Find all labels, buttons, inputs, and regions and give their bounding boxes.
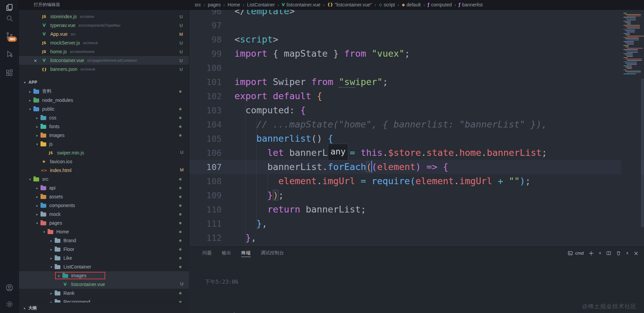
tree-item-components[interactable]: ▸components xyxy=(19,201,189,210)
panel-tab-item[interactable]: 输出 xyxy=(222,247,231,259)
code-line-101[interactable]: 101import Swiper from "swiper"; xyxy=(189,75,644,89)
tree-item-like[interactable]: ▸Like xyxy=(19,254,189,262)
line-number[interactable]: 101 xyxy=(189,75,234,89)
tree-item-item[interactable]: ▸资料 xyxy=(19,87,189,96)
kill-terminal-icon[interactable] xyxy=(616,251,621,256)
line-number[interactable]: 96 xyxy=(189,9,234,19)
line-number[interactable]: 111 xyxy=(189,217,234,231)
line-number[interactable]: 109 xyxy=(189,189,234,203)
extensions-icon[interactable] xyxy=(0,65,19,80)
code-line-100[interactable]: 100 xyxy=(189,61,644,75)
breadcrumb-item-listcontainer[interactable]: ListContainer xyxy=(247,2,275,7)
outline-section-header[interactable]: ▸ 大纲 xyxy=(19,303,189,313)
tree-item-listcontainer-vue[interactable]: Vlistcontainer.vueU xyxy=(19,280,189,289)
tree-item-images[interactable]: ▸images xyxy=(19,131,189,140)
chevron-down-icon[interactable]: ▾ xyxy=(34,221,40,225)
chevron-right-icon[interactable]: ▸ xyxy=(34,204,40,207)
open-editor-app-vue[interactable]: VApp.vuesrcM xyxy=(19,30,189,38)
close-icon[interactable]: × xyxy=(32,58,39,63)
tree-item-images[interactable]: ▸images xyxy=(19,271,189,280)
tree-item-listcontainer[interactable]: ▾ListContainer xyxy=(19,262,189,271)
breadcrumb-item-script[interactable]: ◇script xyxy=(379,2,395,7)
code-line-98[interactable]: 98<script> xyxy=(189,32,644,47)
tree-item-home[interactable]: ▾Home xyxy=(19,227,189,236)
search-icon[interactable] xyxy=(0,11,19,26)
tree-item-pages[interactable]: ▾pages xyxy=(19,219,189,227)
code-line-110[interactable]: 110 return bannerList; xyxy=(189,202,644,217)
code-line-111[interactable]: 111 }, xyxy=(189,217,644,231)
code-line-108[interactable]: 108 element.imgUrl = require(element.img… xyxy=(189,174,644,188)
tree-item-node-modules[interactable]: ▸node_modules xyxy=(19,96,189,105)
code-line-112[interactable]: 112 }, xyxy=(189,231,644,245)
chevron-right-icon[interactable]: ▸ xyxy=(56,274,62,278)
breadcrumb-item-default[interactable]: ◆default xyxy=(402,2,421,7)
breadcrumb-item-listcontainer-vue[interactable]: Vlistcontainer.vue xyxy=(282,2,320,7)
editor-scrollbar-thumb[interactable] xyxy=(641,79,644,227)
tree-item-public[interactable]: ▾public xyxy=(19,105,189,113)
breadcrumb-item-pages[interactable]: pages xyxy=(208,2,221,7)
line-number[interactable]: 110 xyxy=(189,203,234,217)
account-icon[interactable] xyxy=(0,280,19,295)
open-editor-banners-json[interactable]: {}banners.jsonsrc\mockU xyxy=(19,65,189,74)
tree-item-favicon-ico[interactable]: ★favicon.ico xyxy=(19,157,189,166)
tree-item-css[interactable]: ▸css xyxy=(19,113,189,122)
code-line-106[interactable]: 106 let bannerList = this.$store.state.h… xyxy=(189,146,644,160)
line-number[interactable]: 106 xyxy=(189,146,234,160)
breadcrumb-item-bannerlist[interactable]: ƒbannerlist xyxy=(459,2,483,7)
breadcrumb-item-home[interactable]: Home xyxy=(228,2,240,7)
chevron-down-icon[interactable]: ▾ xyxy=(34,142,40,146)
line-number[interactable]: 108 xyxy=(189,174,234,189)
tree-item-rank[interactable]: ▸Rank xyxy=(19,289,189,297)
tree-item-brand[interactable]: ▸Brand xyxy=(19,236,189,245)
chevron-down-icon[interactable]: ▾ xyxy=(27,107,33,111)
settings-gear-icon[interactable] xyxy=(0,297,19,312)
code-line-105[interactable]: 105 bannerlist() { xyxy=(189,132,644,146)
open-editor-typenav-vue[interactable]: Vtypenav.vuesrc\components\TypeNavU xyxy=(19,21,189,30)
tree-item-mock[interactable]: ▸mock xyxy=(19,210,189,219)
tree-item-index-html[interactable]: <>index.htmlM xyxy=(19,166,189,175)
line-number[interactable]: 102 xyxy=(189,89,234,104)
line-number[interactable]: 107 xyxy=(189,160,234,174)
panel-tab-item[interactable]: 问题 xyxy=(202,247,212,259)
chevron-right-icon[interactable]: ▸ xyxy=(49,256,54,260)
line-number[interactable]: 98 xyxy=(189,33,234,47)
open-editor-listcontainer-vue[interactable]: ×Vlistcontainer.vuesrc\pages\Home\ListCo… xyxy=(19,56,189,65)
line-number[interactable]: 104 xyxy=(189,118,234,132)
chevron-right-icon[interactable]: ▸ xyxy=(49,239,54,243)
code-line-97[interactable]: 97 xyxy=(189,18,644,32)
chevron-right-icon[interactable]: ▸ xyxy=(34,186,40,190)
chevron-down-icon[interactable]: ▾ xyxy=(27,177,33,181)
open-editor-storeindex-js[interactable]: JSstoreindex.jssrc\storeU xyxy=(19,12,189,21)
new-terminal-icon[interactable]: + xyxy=(588,250,594,256)
breadcrumb-item-listcontainer-vue[interactable]: {}"listcontainer.vue" xyxy=(327,2,372,7)
launch-profile-chevron-icon[interactable]: ∨ xyxy=(598,251,601,255)
open-editors-header[interactable]: 打开的编辑器 xyxy=(19,2,189,8)
chevron-right-icon[interactable]: ▸ xyxy=(34,134,40,137)
chevron-down-icon[interactable]: ▾ xyxy=(41,230,47,234)
chevron-right-icon[interactable]: ▸ xyxy=(34,116,40,120)
tree-item-src[interactable]: ▾src xyxy=(19,175,189,183)
open-editor-home-js[interactable]: JShome.jssrc\store\homeU xyxy=(19,47,189,56)
code-line-96[interactable]: 96</template> xyxy=(189,9,644,18)
breadcrumb-item-computed[interactable]: ƒcomputed xyxy=(428,2,452,7)
run-debug-icon[interactable] xyxy=(0,47,19,61)
chevron-right-icon[interactable]: ▸ xyxy=(34,195,40,199)
line-number[interactable]: 112 xyxy=(189,231,234,245)
code-line-104[interactable]: 104 // ...mapState("home", { bannerlist:… xyxy=(189,117,644,132)
code-editor[interactable]: 96</template>9798<script>99import { mapS… xyxy=(189,9,644,247)
chevron-right-icon[interactable]: ▸ xyxy=(27,90,33,93)
tree-item-swiper-min-js[interactable]: JSswiper.min.jsU xyxy=(19,148,189,157)
tree-item-assets[interactable]: ▸assets xyxy=(19,192,189,201)
chevron-right-icon[interactable]: ▸ xyxy=(49,248,54,251)
code-line-107[interactable]: 107 bannerList.forEach((element) => { xyxy=(189,160,644,174)
code-line-109[interactable]: 109 }); xyxy=(189,188,644,202)
terminal-output[interactable]: 下午5:23:06 App running at:- Local: http:/… xyxy=(205,265,637,313)
split-terminal-icon[interactable] xyxy=(606,251,611,256)
code-line-103[interactable]: 103 computed: { xyxy=(189,103,644,117)
line-number[interactable]: 103 xyxy=(189,104,234,118)
source-control-icon[interactable]: 380 xyxy=(0,28,19,43)
close-panel-icon[interactable]: × xyxy=(634,250,639,257)
explorer-section-header[interactable]: ▾ APP xyxy=(19,78,189,86)
line-number[interactable]: 97 xyxy=(189,19,234,33)
line-number[interactable]: 105 xyxy=(189,132,234,146)
